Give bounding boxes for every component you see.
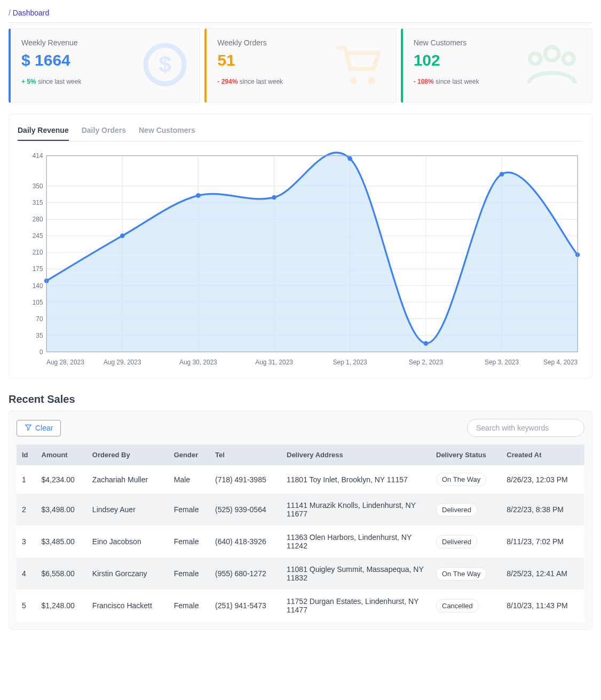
status-badge: On The Way	[436, 567, 486, 580]
cell-created: 8/11/23, 7:02 PM	[501, 526, 584, 558]
dollar-icon: $	[141, 41, 189, 91]
svg-point-6	[563, 53, 574, 64]
col-ordered[interactable]: Ordered By	[87, 444, 169, 465]
svg-text:$: $	[159, 51, 171, 77]
svg-text:0: 0	[39, 348, 43, 356]
stat-delta-suffix: since last week	[436, 78, 479, 85]
stat-cards: Weekly Revenue $ 1664 + 5% since last we…	[9, 28, 592, 103]
cell-amount: $3,485.00	[36, 526, 87, 558]
status-badge: Cancelled	[436, 599, 479, 612]
svg-text:Sep 2, 2023: Sep 2, 2023	[409, 359, 443, 366]
cell-tel: (955) 680-1272	[210, 558, 281, 590]
clear-label: Clear	[35, 424, 53, 432]
svg-text:Sep 1, 2023: Sep 1, 2023	[333, 359, 367, 366]
stat-card-orders: Weekly Orders 51 - 294% since last week	[204, 28, 396, 103]
cell-amount: $1,248.00	[36, 590, 87, 622]
sales-table: Id Amount Ordered By Gender Tel Delivery…	[17, 444, 584, 622]
table-row[interactable]: 2$3,498.00Lindsey AuerFemale(525) 939-05…	[17, 494, 584, 526]
cell-tel: (718) 491-3985	[210, 465, 281, 494]
cell-id: 5	[17, 590, 36, 622]
svg-text:Aug 30, 2023: Aug 30, 2023	[179, 359, 217, 366]
svg-point-48	[120, 234, 125, 238]
tab-daily-revenue[interactable]: Daily Revenue	[18, 123, 69, 141]
stat-delta-value: - 108%	[414, 78, 434, 85]
svg-text:175: 175	[33, 265, 43, 273]
tab-daily-orders[interactable]: Daily Orders	[82, 123, 126, 141]
stat-card-customers: New Customers 102 - 108% since last week	[401, 28, 592, 103]
revenue-chart: 03570105140175210245280315350414Aug 28, …	[18, 150, 583, 369]
table-header-row: Id Amount Ordered By Gender Tel Delivery…	[17, 444, 584, 465]
cell-ordered-by: Lindsey Auer	[87, 494, 169, 526]
svg-text:Sep 4, 2023: Sep 4, 2023	[543, 359, 578, 366]
cell-ordered-by: Francisco Hackett	[87, 590, 169, 622]
svg-text:35: 35	[36, 332, 43, 339]
svg-text:70: 70	[36, 315, 43, 323]
col-addr[interactable]: Delivery Address	[281, 444, 431, 465]
cell-address: 11141 Murazik Knolls, Lindenhurst, NY 11…	[281, 494, 431, 526]
search-input[interactable]	[467, 419, 584, 437]
table-row[interactable]: 3$3,485.00Eino JacobsonFemale(640) 418-3…	[17, 526, 584, 558]
col-id[interactable]: Id	[17, 444, 36, 465]
cell-id: 4	[17, 558, 36, 590]
col-status[interactable]: Delivery Status	[431, 444, 501, 465]
table-row[interactable]: 1$4,234.00Zachariah MullerMale(718) 491-…	[17, 465, 584, 494]
svg-text:315: 315	[33, 199, 43, 206]
tab-new-customers[interactable]: New Customers	[139, 123, 195, 141]
cell-gender: Male	[169, 465, 210, 494]
cell-gender: Female	[169, 526, 210, 558]
cell-created: 8/22/23, 8:38 PM	[501, 494, 584, 526]
cell-tel: (640) 418-3926	[210, 526, 281, 558]
chart-area: 03570105140175210245280315350414Aug 28, …	[18, 150, 583, 369]
svg-point-52	[424, 341, 429, 346]
svg-point-53	[500, 172, 504, 177]
stat-delta-value: - 294%	[217, 78, 238, 85]
recent-sales-card: Clear Id Amount Ordered By Gender Tel De…	[9, 411, 592, 630]
cell-address: 11363 Olen Harbors, Lindenhurst, NY 1124…	[281, 526, 431, 558]
stat-delta-value: + 5%	[21, 78, 36, 85]
cell-created: 8/25/23, 12:41 AM	[501, 558, 584, 590]
cell-status: On The Way	[431, 558, 501, 590]
chart-tabs: Daily Revenue Daily Orders New Customers	[18, 123, 583, 141]
cell-id: 3	[17, 526, 36, 558]
svg-point-50	[272, 195, 276, 200]
col-created[interactable]: Created At	[501, 444, 584, 465]
cell-created: 8/10/23, 11:43 PM	[501, 590, 584, 622]
stat-delta-suffix: since last week	[240, 78, 283, 85]
clear-button[interactable]: Clear	[17, 420, 61, 436]
cell-id: 1	[17, 465, 36, 494]
cell-ordered-by: Eino Jacobson	[87, 526, 169, 558]
cell-amount: $3,498.00	[36, 494, 87, 526]
svg-text:350: 350	[33, 182, 43, 190]
status-badge: Delivered	[436, 503, 477, 516]
breadcrumb-current[interactable]: Dashboard	[13, 9, 50, 17]
status-badge: On The Way	[436, 473, 486, 486]
cell-gender: Female	[169, 494, 210, 526]
table-row[interactable]: 4$6,558.00Kirstin GorczanyFemale(955) 68…	[17, 558, 584, 590]
cell-status: Cancelled	[431, 590, 501, 622]
svg-text:280: 280	[33, 216, 43, 223]
breadcrumb-separator: /	[9, 9, 11, 17]
svg-point-4	[545, 47, 559, 61]
cell-created: 8/26/23, 12:03 PM	[501, 465, 584, 494]
cell-status: Delivered	[431, 494, 501, 526]
cell-tel: (251) 941-5473	[210, 590, 281, 622]
col-gender[interactable]: Gender	[169, 444, 210, 465]
svg-text:Aug 29, 2023: Aug 29, 2023	[104, 359, 141, 366]
col-tel[interactable]: Tel	[210, 444, 281, 465]
cell-gender: Female	[169, 558, 210, 590]
cell-status: Delivered	[431, 526, 501, 558]
funnel-icon	[25, 424, 32, 433]
svg-point-3	[368, 77, 375, 84]
cell-address: 11801 Toy Inlet, Brooklyn, NY 11157	[281, 465, 431, 494]
svg-point-49	[196, 193, 201, 198]
table-row[interactable]: 5$1,248.00Francisco HackettFemale(251) 9…	[17, 590, 584, 622]
col-amount[interactable]: Amount	[36, 444, 87, 465]
cell-address: 11752 Durgan Estates, Lindenhurst, NY 11…	[281, 590, 431, 622]
cell-tel: (525) 939-0564	[210, 494, 281, 526]
svg-text:Aug 28, 2023: Aug 28, 2023	[46, 359, 84, 366]
svg-point-5	[530, 53, 541, 64]
cell-ordered-by: Kirstin Gorczany	[87, 558, 169, 590]
svg-text:Sep 3, 2023: Sep 3, 2023	[485, 359, 519, 366]
cell-status: On The Way	[431, 465, 501, 494]
cell-address: 11081 Quigley Summit, Massapequa, NY 118…	[281, 558, 431, 590]
